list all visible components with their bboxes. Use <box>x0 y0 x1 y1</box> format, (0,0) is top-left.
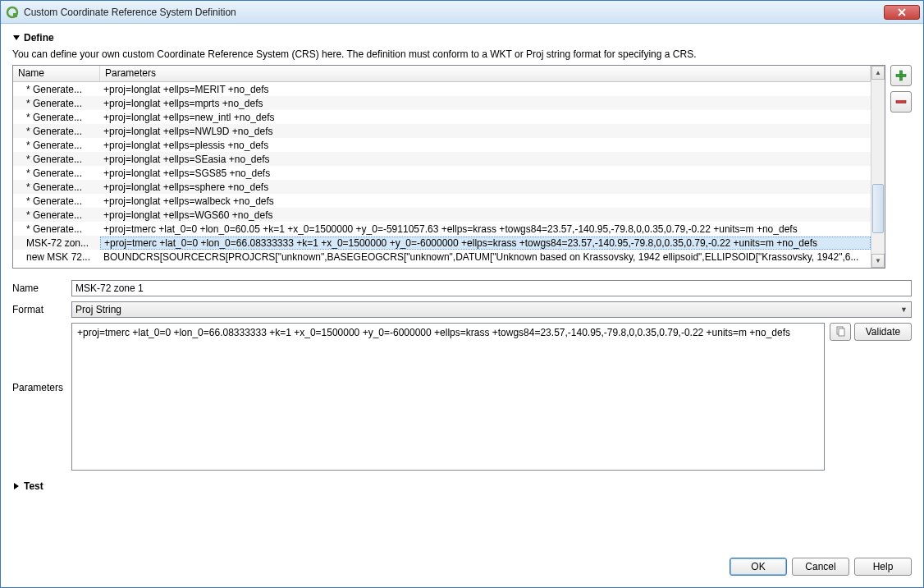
format-combobox[interactable]: Proj String ▼ <box>71 301 912 318</box>
define-section-header[interactable]: Define <box>12 32 912 44</box>
crs-params-cell: +proj=longlat +ellps=WGS60 +no_defs <box>100 209 871 221</box>
parameters-textarea[interactable] <box>71 323 825 471</box>
table-row[interactable]: MSK-72 zon...+proj=tmerc +lat_0=0 +lon_0… <box>13 236 871 250</box>
parameters-label: Parameters <box>12 323 66 393</box>
table-header-name[interactable]: Name <box>13 66 100 81</box>
crs-name-cell: * Generate... <box>13 140 100 151</box>
name-label: Name <box>12 283 66 294</box>
table-row[interactable]: * Generate...+proj=longlat +ellps=NWL9D … <box>13 124 871 138</box>
scroll-thumb[interactable] <box>872 184 884 232</box>
crs-params-cell: +proj=longlat +ellps=SGS85 +no_defs <box>100 168 871 179</box>
scroll-up-icon[interactable]: ▲ <box>871 66 885 80</box>
window-title: Custom Coordinate Reference System Defin… <box>24 7 884 18</box>
crs-params-cell: +proj=longlat +ellps=walbeck +no_defs <box>100 195 871 207</box>
svg-rect-4 <box>896 101 906 103</box>
crs-name-cell: * Generate... <box>13 181 100 193</box>
table-header-parameters[interactable]: Parameters <box>100 66 871 81</box>
ok-button[interactable]: OK <box>730 558 787 576</box>
minus-icon <box>895 96 907 108</box>
dialog-footer: OK Cancel Help <box>1 554 923 587</box>
test-section-label: Test <box>24 480 43 492</box>
cancel-button[interactable]: Cancel <box>792 558 849 576</box>
dialog-content: Define You can define your own custom Co… <box>1 24 923 554</box>
crs-name-cell: * Generate... <box>13 154 100 165</box>
qgis-icon <box>6 6 19 19</box>
crs-name-cell: * Generate... <box>13 195 100 207</box>
plus-icon <box>895 70 907 81</box>
table-row[interactable]: * Generate...+proj=longlat +ellps=mprts … <box>13 96 871 110</box>
svg-rect-1 <box>13 13 17 17</box>
expand-right-icon <box>12 482 21 490</box>
crs-table[interactable]: Name Parameters * Generate...+proj=longl… <box>12 65 885 269</box>
help-button[interactable]: Help <box>854 558 912 576</box>
titlebar[interactable]: Custom Coordinate Reference System Defin… <box>1 1 923 24</box>
test-section-header[interactable]: Test <box>12 480 912 492</box>
scroll-track[interactable] <box>871 80 885 254</box>
close-icon <box>898 8 906 16</box>
chevron-down-icon: ▼ <box>900 305 908 314</box>
crs-params-cell: +proj=longlat +ellps=NWL9D +no_defs <box>100 126 871 137</box>
svg-rect-3 <box>896 75 906 77</box>
validate-button[interactable]: Validate <box>854 323 912 341</box>
crs-params-cell: +proj=tmerc +lat_0=0 +lon_0=66.08333333 … <box>100 237 871 250</box>
copy-button[interactable] <box>830 323 851 341</box>
table-header: Name Parameters <box>13 66 871 82</box>
crs-name-cell: * Generate... <box>13 84 100 95</box>
description-text: You can define your own custom Coordinat… <box>12 48 912 60</box>
crs-name-cell: MSK-72 zon... <box>13 237 100 249</box>
vertical-scrollbar[interactable]: ▲ ▼ <box>871 66 885 268</box>
table-row[interactable]: * Generate...+proj=longlat +ellps=SEasia… <box>13 152 871 166</box>
crs-name-cell: new MSK 72... <box>13 251 100 263</box>
crs-name-cell: * Generate... <box>13 209 100 221</box>
crs-name-cell: * Generate... <box>13 98 100 109</box>
crs-params-cell: +proj=longlat +ellps=plessis +no_defs <box>100 140 871 151</box>
scroll-down-icon[interactable]: ▼ <box>871 254 885 268</box>
table-row[interactable]: * Generate...+proj=longlat +ellps=SGS85 … <box>13 166 871 180</box>
table-row[interactable]: new MSK 72...BOUNDCRS[SOURCECRS[PROJCRS[… <box>13 250 871 264</box>
crs-name-cell: * Generate... <box>13 168 100 179</box>
crs-params-cell: BOUNDCRS[SOURCECRS[PROJCRS["unknown",BAS… <box>100 251 871 263</box>
format-label: Format <box>12 304 66 315</box>
crs-name-cell: * Generate... <box>13 223 100 235</box>
crs-name-cell: * Generate... <box>13 112 100 123</box>
table-row[interactable]: * Generate...+proj=longlat +ellps=WGS60 … <box>13 208 871 222</box>
format-value: Proj String <box>75 304 121 315</box>
table-row[interactable]: * Generate...+proj=longlat +ellps=MERIT … <box>13 82 871 96</box>
copy-icon <box>835 326 846 338</box>
close-button[interactable] <box>884 5 920 20</box>
remove-crs-button[interactable] <box>890 91 912 113</box>
crs-name-cell: * Generate... <box>13 126 100 137</box>
crs-params-cell: +proj=longlat +ellps=sphere +no_defs <box>100 181 871 193</box>
expand-down-icon <box>12 34 21 42</box>
svg-rect-6 <box>839 328 844 336</box>
table-row[interactable]: * Generate...+proj=longlat +ellps=plessi… <box>13 138 871 152</box>
add-crs-button[interactable] <box>890 65 912 86</box>
table-row[interactable]: * Generate...+proj=tmerc +lat_0=0 +lon_0… <box>13 222 871 236</box>
crs-params-cell: +proj=longlat +ellps=new_intl +no_defs <box>100 112 871 123</box>
define-section-label: Define <box>24 32 54 44</box>
crs-params-cell: +proj=longlat +ellps=MERIT +no_defs <box>100 84 871 95</box>
table-row[interactable]: * Generate...+proj=longlat +ellps=walbec… <box>13 194 871 208</box>
crs-params-cell: +proj=longlat +ellps=SEasia +no_defs <box>100 154 871 165</box>
crs-params-cell: +proj=tmerc +lat_0=0 +lon_0=60.05 +k=1 +… <box>100 223 871 235</box>
table-row[interactable]: * Generate...+proj=longlat +ellps=new_in… <box>13 110 871 124</box>
crs-params-cell: +proj=longlat +ellps=mprts +no_defs <box>100 98 871 109</box>
dialog-window: Custom Coordinate Reference System Defin… <box>0 0 924 588</box>
table-row[interactable]: * Generate...+proj=longlat +ellps=sphere… <box>13 180 871 194</box>
name-input[interactable] <box>71 280 912 296</box>
